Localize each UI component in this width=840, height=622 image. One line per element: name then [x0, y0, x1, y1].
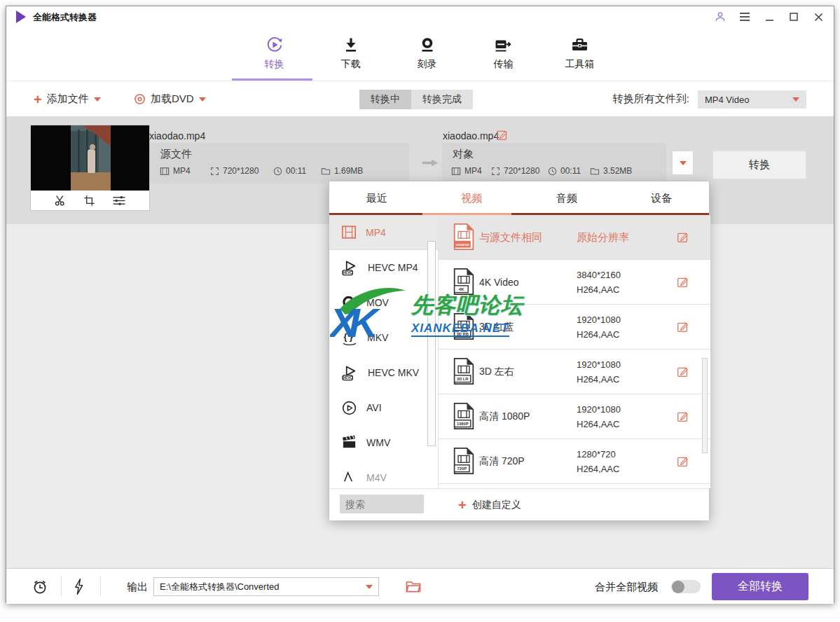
toolbar: + 添加文件 加载DVD 转换中 转换完成 转换所有文件到: MP4 Video: [6, 81, 834, 117]
format-item-hevc-mp4[interactable]: HEVC HEVC MP4: [329, 250, 438, 285]
preset-title: 4K Video: [479, 260, 519, 305]
main-area: xiaodao.mp4 源文件 MP4 720*1280 00:11 1.69M…: [6, 117, 834, 568]
preset-details: 1920*1080H264,AAC: [577, 312, 621, 342]
toolbox-icon: [570, 36, 589, 54]
tab-transfer[interactable]: 传输: [465, 33, 542, 71]
source-to-target-arrow-icon: [421, 158, 439, 168]
edit-preset-icon[interactable]: [677, 410, 689, 422]
preset-title: 与源文件相同: [479, 215, 542, 260]
tab-convert[interactable]: 转换: [236, 33, 312, 71]
minimize-button[interactable]: [762, 10, 776, 24]
svg-text:HEVC: HEVC: [343, 271, 352, 275]
3d-rb-file-icon: 3D RB: [453, 312, 475, 340]
popup-tab-video[interactable]: 视频: [425, 181, 520, 215]
output-path-value[interactable]: [154, 578, 378, 595]
crop-icon[interactable]: [83, 195, 95, 207]
tab-converting[interactable]: 转换中: [359, 90, 411, 109]
convert-all-button[interactable]: 全部转换: [712, 573, 808, 600]
add-file-button[interactable]: + 添加文件: [34, 81, 101, 117]
tab-finished[interactable]: 转换完成: [411, 90, 473, 109]
menu-icon[interactable]: [738, 10, 752, 24]
edit-preset-icon[interactable]: [677, 276, 689, 288]
output-path-caret-icon: [366, 585, 373, 589]
format-item-m4v[interactable]: M4V: [329, 460, 438, 488]
schedule-clock-icon[interactable]: [32, 579, 48, 595]
edit-preset-icon[interactable]: [677, 455, 689, 467]
preset-row-3d-leftright[interactable]: 3D LR 3D 左右 1920*1080H264,AAC: [439, 350, 710, 394]
edit-preset-icon[interactable]: [677, 321, 689, 333]
folder-icon: [321, 167, 331, 175]
open-folder-icon[interactable]: [406, 580, 421, 593]
maximize-button[interactable]: [787, 10, 801, 24]
target-format-dropdown-button[interactable]: [672, 151, 694, 175]
popup-tab-device[interactable]: 设备: [614, 181, 710, 215]
edit-preset-icon[interactable]: [677, 231, 689, 243]
svg-text:720P: 720P: [457, 466, 467, 471]
preset-title: 高清 1080P: [479, 394, 530, 439]
format-list-scrollbar[interactable]: [427, 241, 436, 446]
target-info-panel: 对象 MP4 720*1280 00:11 3.52MB: [442, 143, 666, 184]
source-info-panel: 源文件 MP4 720*1280 00:11 1.69MB: [150, 143, 409, 184]
format-item-mkv[interactable]: { } MKV: [329, 320, 438, 355]
trim-scissors-icon[interactable]: [54, 194, 67, 207]
format-item-hevc-mkv[interactable]: HEVC HEVC MKV: [329, 355, 438, 390]
folder-icon: [590, 167, 600, 175]
download-icon: [343, 36, 359, 54]
preset-row-3d-redblue[interactable]: 3D RB 3D 红蓝 1920*1080H264,AAC: [439, 305, 710, 350]
tab-toolbox-label: 工具箱: [565, 58, 595, 71]
clapperboard-icon: [341, 435, 357, 450]
video-thumbnail-card[interactable]: [30, 125, 150, 211]
output-path-select[interactable]: [153, 577, 379, 596]
search-input[interactable]: [340, 495, 424, 513]
svg-text:1080P: 1080P: [457, 422, 469, 426]
app-logo-icon: [16, 11, 26, 23]
svg-text:3D RB: 3D RB: [457, 332, 469, 336]
svg-text:source: source: [456, 242, 470, 247]
convert-button[interactable]: 转换: [712, 151, 806, 179]
convert-all-button-label: 全部转换: [738, 579, 783, 594]
popup-tab-recent[interactable]: 最近: [329, 181, 425, 215]
merge-all-toggle[interactable]: [671, 580, 701, 593]
tab-burn[interactable]: 刻录: [389, 33, 465, 71]
preset-row-same-as-source[interactable]: source 与源文件相同 原始分辨率: [439, 215, 710, 260]
load-dvd-caret-icon[interactable]: [199, 97, 206, 102]
load-dvd-button[interactable]: 加载DVD: [134, 81, 206, 117]
global-format-select[interactable]: MP4 Video: [698, 90, 806, 109]
format-item-wmv[interactable]: WMV: [329, 425, 438, 460]
plus-icon: +: [458, 498, 467, 512]
create-custom-button[interactable]: + 创建自定义: [458, 489, 521, 521]
tab-burn-label: 刻录: [418, 58, 437, 71]
popup-tab-audio[interactable]: 音频: [519, 181, 614, 215]
source-format: MP4: [160, 166, 191, 176]
account-icon[interactable]: [713, 10, 727, 24]
transfer-icon: [494, 36, 513, 54]
tab-toolbox[interactable]: 工具箱: [542, 33, 618, 71]
divider: [100, 576, 101, 596]
target-format: MP4: [451, 166, 482, 176]
svg-text:{ }: { }: [343, 332, 352, 342]
add-file-label: 添加文件: [47, 92, 89, 106]
preset-row-hd1080p[interactable]: 1080P 高清 1080P 1920*1080H264,AAC: [439, 394, 710, 439]
add-file-caret-icon[interactable]: [94, 97, 101, 102]
edit-preset-icon[interactable]: [677, 366, 689, 378]
main-nav: 转换 下载 刻录 传输: [6, 27, 834, 81]
film-icon: [451, 167, 461, 176]
effects-sliders-icon[interactable]: [112, 195, 126, 207]
format-item-mov[interactable]: MOV: [329, 285, 438, 320]
format-item-avi[interactable]: AVI: [329, 390, 438, 425]
high-speed-icon[interactable]: [74, 578, 84, 595]
status-segmented-control: 转换中 转换完成: [359, 90, 473, 109]
preset-list-scrollbar[interactable]: [702, 358, 708, 453]
output-label: 输出: [127, 581, 148, 594]
preset-row-4k[interactable]: 4K 4K Video 3840*2160H264,AAC: [439, 260, 710, 305]
rename-edit-icon[interactable]: [496, 129, 508, 141]
toggle-knob: [672, 581, 684, 593]
source-size: 1.69MB: [321, 166, 363, 176]
tab-download[interactable]: 下载: [312, 33, 389, 71]
preset-row-hd720p[interactable]: 720P 高清 720P 1280*720H264,AAC: [439, 439, 710, 484]
tab-download-label: 下载: [341, 58, 361, 71]
format-item-mp4[interactable]: MP4: [329, 215, 438, 250]
source-duration: 00:11: [273, 166, 306, 176]
load-dvd-label: 加载DVD: [151, 92, 194, 106]
close-button[interactable]: [811, 10, 825, 24]
